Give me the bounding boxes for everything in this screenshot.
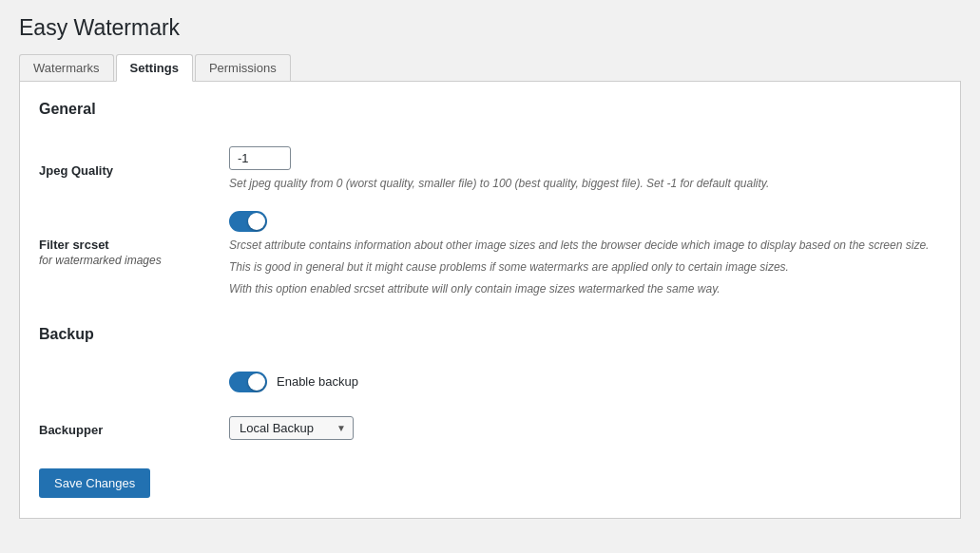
backupper-select-wrapper: Local Backup Remote Backup ▼ xyxy=(229,416,354,440)
filter-srcset-label-cell: Filter srcset for watermarked images xyxy=(39,201,229,307)
filter-srcset-desc-3: With this option enabled srcset attribut… xyxy=(229,280,941,297)
filter-srcset-toggle-wrapper xyxy=(229,211,941,232)
toggle-thumb xyxy=(248,213,265,230)
jpeg-quality-description: Set jpeg quality from 0 (worst quality, … xyxy=(229,175,941,192)
page-title: Easy Watermark xyxy=(19,14,961,43)
backupper-row: Backupper Local Backup Remote Backup ▼ xyxy=(39,407,941,449)
enable-backup-row: Enable backup xyxy=(39,362,941,407)
filter-srcset-desc-2: This is good in general but it might cau… xyxy=(229,258,941,276)
filter-srcset-desc-1: Srcset attribute contains information ab… xyxy=(229,237,941,254)
filter-srcset-toggle[interactable] xyxy=(229,211,267,232)
enable-backup-toggle[interactable] xyxy=(229,372,267,392)
jpeg-quality-input[interactable] xyxy=(229,146,291,170)
jpeg-quality-cell: Set jpeg quality from 0 (worst quality, … xyxy=(229,137,941,201)
content-area: General Jpeg Quality Set jpeg quality fr… xyxy=(19,82,961,519)
filter-srcset-sublabel: for watermarked images xyxy=(39,254,210,267)
backupper-select[interactable]: Local Backup Remote Backup xyxy=(229,416,354,440)
jpeg-quality-label: Jpeg Quality xyxy=(39,137,229,201)
page-wrapper: Easy Watermark Watermarks Settings Permi… xyxy=(0,0,980,553)
toggle-thumb-backup xyxy=(248,373,265,391)
backup-form-table: Enable backup Backupper Local Backup Rem… xyxy=(39,362,941,449)
save-changes-button[interactable]: Save Changes xyxy=(39,468,150,498)
tab-permissions[interactable]: Permissions xyxy=(195,54,291,81)
filter-srcset-cell: Srcset attribute contains information ab… xyxy=(229,201,941,307)
nav-tabs: Watermarks Settings Permissions xyxy=(19,54,961,82)
general-form-table: Jpeg Quality Set jpeg quality from 0 (wo… xyxy=(39,137,941,307)
jpeg-quality-row: Jpeg Quality Set jpeg quality from 0 (wo… xyxy=(39,137,941,201)
general-section-title: General xyxy=(39,101,941,122)
backup-section-title: Backup xyxy=(39,326,941,347)
enable-backup-label-cell xyxy=(39,362,229,407)
enable-backup-label: Enable backup xyxy=(277,374,358,389)
enable-backup-toggle-wrapper: Enable backup xyxy=(229,372,941,392)
filter-srcset-row: Filter srcset for watermarked images Src… xyxy=(39,201,941,307)
tab-settings[interactable]: Settings xyxy=(116,54,193,82)
filter-srcset-label: Filter srcset xyxy=(39,238,109,252)
tab-watermarks[interactable]: Watermarks xyxy=(19,54,114,81)
enable-backup-cell: Enable backup xyxy=(229,362,941,407)
backupper-label: Backupper xyxy=(39,407,229,449)
backupper-cell: Local Backup Remote Backup ▼ xyxy=(229,407,941,449)
